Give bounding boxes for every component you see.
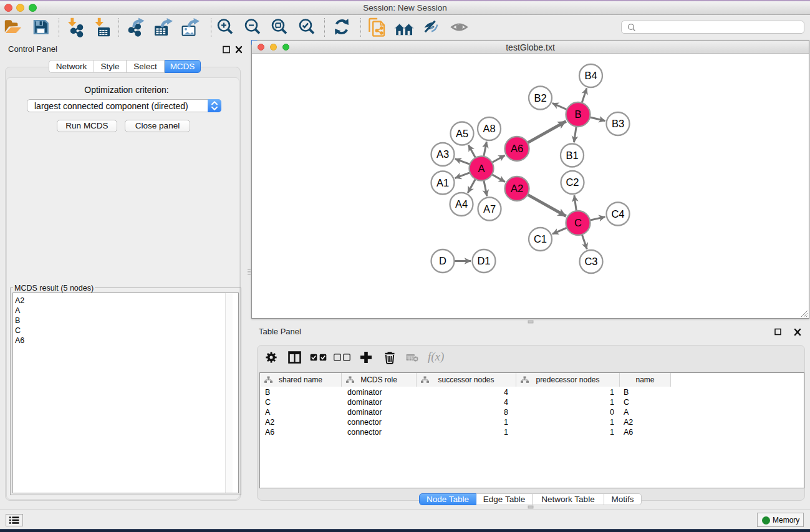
svg-text:A5: A5	[456, 128, 468, 139]
svg-text:A6: A6	[511, 143, 523, 154]
svg-text:A2: A2	[511, 183, 523, 194]
svg-text:C3: C3	[584, 256, 597, 267]
svg-text:D1: D1	[477, 255, 490, 266]
svg-text:A8: A8	[483, 123, 495, 134]
svg-text:B4: B4	[584, 70, 597, 81]
svg-text:D: D	[439, 255, 446, 266]
svg-text:B: B	[574, 109, 581, 120]
svg-text:A: A	[478, 163, 485, 174]
svg-text:A1: A1	[436, 177, 449, 188]
svg-text:A4: A4	[455, 198, 468, 210]
svg-text:B1: B1	[566, 150, 578, 161]
svg-text:A3: A3	[436, 148, 449, 160]
svg-text:A7: A7	[483, 203, 496, 215]
svg-text:C1: C1	[534, 233, 547, 244]
svg-text:B3: B3	[612, 118, 624, 129]
svg-text:C: C	[574, 217, 582, 228]
svg-text:C4: C4	[611, 208, 624, 220]
svg-text:B2: B2	[534, 92, 546, 104]
svg-text:C2: C2	[566, 177, 579, 188]
